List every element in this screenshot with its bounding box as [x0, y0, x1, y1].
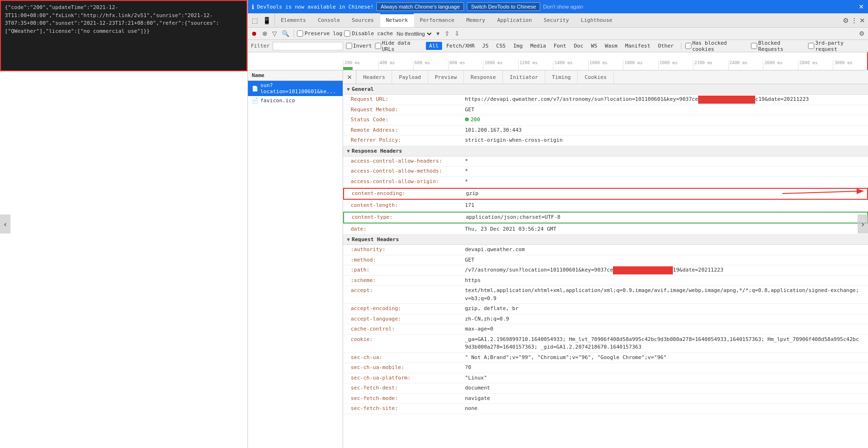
- nav-arrow-left[interactable]: ‹: [0, 214, 10, 234]
- throttle-dropdown-button[interactable]: ▾: [435, 29, 441, 38]
- tab-elements[interactable]: Elements: [275, 13, 312, 27]
- req-accept-val: text/html,application/xhtml+xml,applicat…: [465, 287, 860, 302]
- blocked-requests-checkbox[interactable]: Blocked Requests: [751, 40, 805, 52]
- general-title: General: [352, 86, 374, 92]
- filter-tag-js[interactable]: JS: [479, 42, 492, 50]
- code-output-panel: {"code":"200","updateTime":"2021-12-3T11…: [0, 0, 247, 71]
- record-button[interactable]: ⏺: [250, 29, 259, 38]
- req-sec-ch-ua-mobile-row: sec-ch-ua-mobile: ?0: [343, 363, 868, 373]
- preserve-log-checkbox[interactable]: Preserve log: [297, 30, 342, 37]
- search-button[interactable]: 🔍: [280, 29, 291, 38]
- switch-devtools-button[interactable]: Switch DevTools to Chinese: [467, 2, 540, 11]
- settings-button[interactable]: ⚙: [843, 17, 849, 24]
- filter-label: Filter: [251, 43, 270, 49]
- file-item-favicon[interactable]: 📄 favicon.ico: [248, 96, 343, 105]
- tab-security[interactable]: Security: [538, 13, 575, 27]
- resp-date-row: date: Thu, 23 Dec 2021 03:56:24 GMT: [343, 224, 868, 235]
- req-authority-row: :authority: devapi.qweather.com: [343, 245, 868, 255]
- response-headers-section-header[interactable]: ▼ Response Headers: [343, 146, 868, 156]
- req-sec-ch-ua-key: sec-ch-ua:: [351, 354, 465, 362]
- third-party-input[interactable]: [808, 43, 814, 49]
- preserve-log-input[interactable]: [297, 30, 303, 37]
- match-language-button[interactable]: Always match Chrome's language: [376, 2, 464, 11]
- tab-network[interactable]: Network: [380, 13, 414, 27]
- request-headers-section-header[interactable]: ▼ Request Headers: [343, 234, 868, 245]
- more-tools-button[interactable]: ⋮: [851, 17, 858, 24]
- close-devtools-button[interactable]: ✕: [859, 17, 865, 24]
- resp-date-val: Thu, 23 Dec 2021 03:56:24 GMT: [465, 225, 556, 234]
- invert-checkbox[interactable]: Invert: [346, 43, 372, 49]
- tick-1400ms: 1400 ms: [553, 60, 588, 70]
- sub-tab-timing[interactable]: Timing: [545, 70, 578, 84]
- filter-tag-fetch-xhr[interactable]: Fetch/XHR: [443, 42, 478, 50]
- has-blocked-cookies-input[interactable]: [685, 43, 691, 49]
- filter-tag-manifest[interactable]: Manifest: [622, 42, 654, 50]
- blocked-requests-input[interactable]: [751, 43, 757, 49]
- req-accept-language-key: accept-language:: [351, 315, 465, 323]
- filter-tag-doc[interactable]: Doc: [571, 42, 587, 50]
- filter-tag-all[interactable]: All: [426, 42, 442, 50]
- filter-button[interactable]: ▽: [271, 29, 278, 38]
- tick-1600ms: 1600 ms: [588, 60, 623, 70]
- req-accept-encoding-val: gzip, deflate, br: [465, 305, 519, 313]
- tab-application[interactable]: Application: [492, 13, 538, 27]
- third-party-checkbox[interactable]: 3rd-party request: [808, 40, 865, 52]
- tick-400ms: 400 ms: [378, 60, 414, 70]
- inspect-element-button[interactable]: ⬚: [250, 16, 260, 25]
- filter-tag-ws[interactable]: WS: [588, 42, 601, 50]
- sub-tab-headers[interactable]: Headers: [356, 70, 392, 84]
- status-code-value: 200: [465, 116, 480, 124]
- invert-input[interactable]: [346, 43, 352, 49]
- req-method-row: :method: GET: [343, 255, 868, 266]
- req-accept-encoding-key: accept-encoding:: [351, 305, 465, 313]
- nav-arrow-right[interactable]: ›: [858, 214, 868, 234]
- tab-sources[interactable]: Sources: [346, 13, 380, 27]
- sub-tab-response[interactable]: Response: [464, 70, 503, 84]
- sub-tab-payload[interactable]: Payload: [392, 70, 428, 84]
- resp-content-type-key: content-type:: [352, 214, 466, 222]
- throttle-select[interactable]: No throttling: [395, 30, 433, 37]
- tab-memory[interactable]: Memory: [461, 13, 492, 27]
- hide-data-urls-checkbox[interactable]: Hide data URLs: [375, 40, 423, 52]
- stop-recording-button[interactable]: ⊗: [261, 29, 269, 38]
- tab-lighthouse[interactable]: Lighthouse: [575, 13, 619, 27]
- device-toggle-button[interactable]: 📱: [261, 16, 273, 25]
- file-item-sun[interactable]: 📄 sun?location=101100601&ke...: [248, 81, 343, 96]
- tab-console[interactable]: Console: [312, 13, 346, 27]
- disable-cache-input[interactable]: [344, 30, 350, 37]
- sub-tab-cookies[interactable]: Cookies: [578, 70, 613, 84]
- general-section-header[interactable]: ▼ General: [343, 84, 868, 95]
- req-sec-ch-ua-mobile-val: ?0: [465, 364, 471, 372]
- filter-input[interactable]: [273, 42, 343, 50]
- general-triangle: ▼: [347, 87, 350, 92]
- tab-performance[interactable]: Performance: [414, 13, 461, 27]
- network-settings-button[interactable]: ⚙: [858, 29, 866, 38]
- import-button[interactable]: ⇧: [443, 29, 451, 38]
- filter-tag-wasm[interactable]: Wasm: [602, 42, 621, 50]
- info-bar-close-button[interactable]: ✕: [858, 3, 864, 10]
- tick-2000ms: 2000 ms: [658, 60, 693, 70]
- info-bar: ℹ DevTools is now available in Chinese! …: [248, 0, 868, 13]
- req-cookie-key: cookie:: [351, 336, 465, 351]
- dont-show-button[interactable]: Don't show again: [543, 4, 583, 10]
- filter-tag-media[interactable]: Media: [527, 42, 549, 50]
- filter-tag-css[interactable]: CSS: [493, 42, 509, 50]
- tick-1200ms: 1200 ms: [518, 60, 553, 70]
- filter-tag-other[interactable]: Other: [655, 42, 677, 50]
- export-button[interactable]: ⇩: [453, 29, 461, 38]
- filter-tag-img[interactable]: Img: [510, 42, 526, 50]
- req-sec-ch-ua-platform-row: sec-ch-ua-platform: "Linux": [343, 373, 868, 384]
- resp-content-length-val: 171: [465, 202, 474, 210]
- request-headers-title: Request Headers: [352, 236, 399, 243]
- has-blocked-cookies-checkbox[interactable]: Has blocked cookies: [685, 40, 749, 52]
- sub-tab-initiator[interactable]: Initiator: [503, 70, 545, 84]
- filter-tag-font[interactable]: Font: [550, 42, 570, 50]
- sub-tabs-close-button[interactable]: ✕: [343, 70, 356, 84]
- request-url-redacted: [698, 96, 755, 104]
- hide-data-urls-input[interactable]: [375, 43, 381, 49]
- req-sec-ch-ua-platform-key: sec-ch-ua-platform:: [351, 374, 465, 382]
- referrer-policy-row: Referrer Policy: strict-origin-when-cros…: [343, 136, 868, 146]
- sub-tab-preview[interactable]: Preview: [428, 70, 464, 84]
- req-sec-fetch-mode-key: sec-fetch-mode:: [351, 395, 465, 403]
- disable-cache-checkbox[interactable]: Disable cache: [344, 30, 393, 37]
